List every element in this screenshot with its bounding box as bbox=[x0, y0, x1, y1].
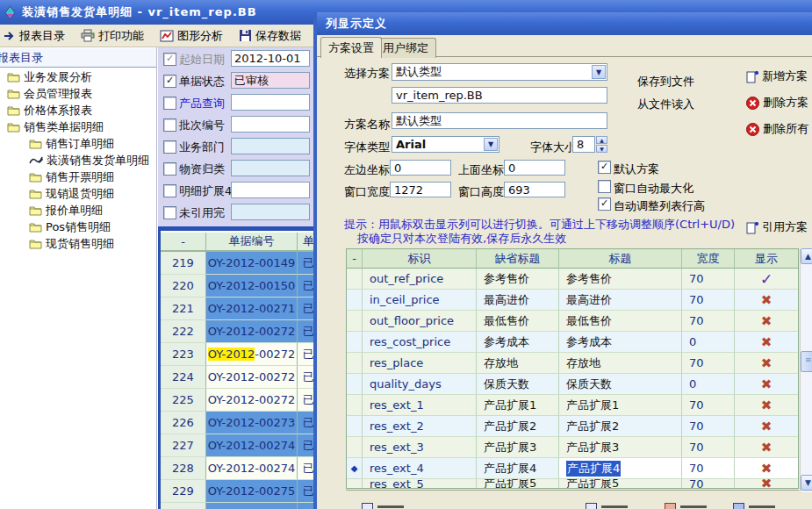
show-flag-cell[interactable]: ✖ bbox=[735, 437, 799, 458]
width-cell[interactable]: 70 bbox=[682, 269, 735, 290]
sidebar-item[interactable]: 业务发展分析 bbox=[7, 68, 92, 85]
filter-checkbox-5[interactable] bbox=[163, 140, 176, 154]
editing-selected-text[interactable]: 产品扩展4 bbox=[566, 461, 621, 477]
chevron-down-icon[interactable]: ▼ bbox=[484, 138, 498, 151]
column-table-header-cell[interactable]: - bbox=[347, 249, 363, 269]
show-flag-cell[interactable]: ✖ bbox=[735, 374, 799, 395]
clipped-button[interactable] bbox=[362, 503, 404, 509]
title-cell[interactable]: 参考成本 bbox=[559, 332, 682, 353]
default-title-cell[interactable]: 参考成本 bbox=[477, 332, 559, 353]
clipped-button[interactable] bbox=[586, 503, 628, 509]
field-id-cell[interactable]: res_place bbox=[363, 353, 477, 374]
show-cross-icon[interactable]: ✖ bbox=[761, 461, 772, 477]
field-id-cell[interactable]: out_ref_price bbox=[363, 269, 477, 290]
dialog-checkbox-2[interactable] bbox=[598, 180, 611, 193]
default-title-cell[interactable]: 产品扩展2 bbox=[477, 416, 559, 437]
column-table-header-cell[interactable]: 标识 bbox=[363, 249, 477, 269]
chevron-down-icon[interactable]: ▼ bbox=[592, 65, 606, 79]
column-table-header-cell[interactable]: 标题 bbox=[559, 249, 682, 269]
show-flag-cell[interactable]: ✓ bbox=[735, 269, 799, 290]
title-cell[interactable]: 保质天数 bbox=[559, 374, 682, 395]
field-id-cell[interactable]: res_cost_price bbox=[363, 332, 477, 353]
show-check-icon[interactable]: ✓ bbox=[760, 270, 772, 288]
default-title-cell[interactable]: 存放地 bbox=[477, 353, 559, 374]
select-plan-combobox[interactable]: 默认类型 ▼ bbox=[392, 63, 607, 81]
show-flag-cell[interactable]: ✖ bbox=[735, 395, 799, 416]
plan-action-button-3[interactable]: 删除所有 bbox=[746, 121, 808, 137]
filter-input-3[interactable] bbox=[231, 94, 310, 111]
field-id-cell[interactable]: res_ext_5 bbox=[363, 479, 477, 489]
sidebar-item[interactable]: 现货销售明细 bbox=[29, 235, 114, 252]
column-table-row[interactable]: quality_days保质天数保质天数0✖ bbox=[347, 374, 798, 395]
default-title-cell[interactable]: 参考售价 bbox=[477, 269, 559, 290]
font-type-combobox[interactable]: Arial ▼ bbox=[392, 136, 499, 153]
width-cell[interactable]: 0 bbox=[682, 374, 735, 395]
show-cross-icon[interactable]: ✖ bbox=[761, 313, 772, 329]
default-title-cell[interactable]: 产品扩展3 bbox=[477, 437, 559, 458]
font-size-field[interactable]: 8 bbox=[572, 136, 595, 153]
dialog-checkbox-1[interactable]: ✓ bbox=[598, 161, 611, 174]
title-cell[interactable]: 产品扩展3 bbox=[559, 437, 682, 458]
filter-input-4[interactable] bbox=[231, 116, 310, 133]
dialog-checkbox-3[interactable]: ✓ bbox=[598, 197, 611, 211]
title-cell[interactable]: 存放地 bbox=[559, 353, 682, 374]
filter-checkbox-3[interactable] bbox=[163, 97, 176, 110]
field-id-cell[interactable]: res_ext_2 bbox=[363, 416, 477, 437]
toolbar-button-save[interactable]: 保存数据 bbox=[237, 26, 303, 46]
spinner-up-icon[interactable]: ▲ bbox=[596, 136, 607, 144]
show-flag-cell[interactable]: ✖ bbox=[735, 353, 799, 374]
sidebar-item[interactable]: 销售开票明细 bbox=[29, 168, 114, 185]
title-cell[interactable]: 最高进价 bbox=[559, 290, 682, 311]
filter-input-5[interactable] bbox=[231, 138, 310, 154]
show-flag-cell[interactable]: ✖ bbox=[735, 458, 799, 479]
default-title-cell[interactable]: 产品扩展5 bbox=[477, 479, 559, 489]
sidebar-item[interactable]: 价格体系报表 bbox=[7, 102, 92, 118]
sidebar-item[interactable]: Pos销售明细 bbox=[29, 219, 111, 235]
show-flag-cell[interactable]: ✖ bbox=[735, 311, 799, 332]
toolbar-button-catalog[interactable]: 报表目录 bbox=[2, 26, 67, 46]
top-coord-field[interactable]: 0 bbox=[504, 160, 565, 176]
show-cross-icon[interactable]: ✖ bbox=[761, 355, 772, 371]
show-flag-cell[interactable]: ✖ bbox=[735, 416, 799, 437]
filter-input-7[interactable] bbox=[231, 182, 310, 198]
tab-plan-settings[interactable]: 方案设置 bbox=[320, 37, 382, 58]
left-coord-field[interactable]: 0 bbox=[390, 160, 451, 176]
default-title-cell[interactable]: 产品扩展4 bbox=[477, 458, 559, 479]
toolbar-button-chart[interactable]: 图形分析 bbox=[158, 26, 225, 46]
column-table-row[interactable]: out_floor_price最低售价最低售价70✖ bbox=[347, 311, 798, 332]
width-cell[interactable]: 70 bbox=[682, 290, 735, 311]
title-cell[interactable]: 参考售价 bbox=[559, 269, 682, 290]
show-cross-icon[interactable]: ✖ bbox=[761, 440, 772, 455]
field-id-cell[interactable]: res_ext_1 bbox=[363, 395, 477, 416]
show-cross-icon[interactable]: ✖ bbox=[761, 419, 772, 434]
width-cell[interactable]: 0 bbox=[682, 332, 735, 353]
filter-checkbox-8[interactable] bbox=[163, 206, 176, 219]
show-cross-icon[interactable]: ✖ bbox=[761, 334, 772, 350]
width-cell[interactable]: 70 bbox=[682, 395, 735, 416]
show-cross-icon[interactable]: ✖ bbox=[761, 376, 772, 392]
default-title-cell[interactable]: 最低售价 bbox=[477, 311, 559, 332]
field-id-cell[interactable]: res_ext_4 bbox=[363, 458, 477, 479]
scroll-down-icon[interactable]: ▼ bbox=[801, 475, 812, 491]
sidebar-item-current[interactable]: 装潢销售发货单明细 bbox=[29, 152, 149, 168]
filter-input-8[interactable] bbox=[231, 204, 310, 220]
width-cell[interactable]: 70 bbox=[682, 458, 735, 479]
main-table-header-cell[interactable]: - bbox=[161, 233, 206, 251]
filter-input-6[interactable] bbox=[231, 160, 310, 176]
width-cell[interactable]: 70 bbox=[682, 311, 735, 332]
title-cell[interactable]: 产品扩展4 bbox=[559, 458, 682, 479]
filter-input-1[interactable]: 2012-10-01 bbox=[231, 50, 310, 67]
win-height-field[interactable]: 693 bbox=[504, 182, 565, 197]
column-table-row[interactable]: in_ceil_price最高进价最高进价70✖ bbox=[347, 290, 798, 311]
clipped-button[interactable] bbox=[665, 503, 707, 509]
show-flag-cell[interactable]: ✖ bbox=[735, 290, 799, 311]
width-cell[interactable]: 70 bbox=[682, 353, 735, 374]
width-cell[interactable]: 70 bbox=[682, 416, 735, 437]
column-table-header-cell[interactable]: 缺省标题 bbox=[477, 249, 559, 269]
column-table-row[interactable]: ◆res_ext_4产品扩展4产品扩展470✖ bbox=[347, 458, 798, 479]
spinner-down-icon[interactable]: ▼ bbox=[596, 145, 607, 153]
sidebar-item[interactable]: 报价单明细 bbox=[29, 202, 103, 219]
show-cross-icon[interactable]: ✖ bbox=[761, 398, 772, 413]
default-title-cell[interactable]: 保质天数 bbox=[477, 374, 559, 395]
filter-checkbox-1[interactable]: ✓ bbox=[163, 53, 176, 66]
